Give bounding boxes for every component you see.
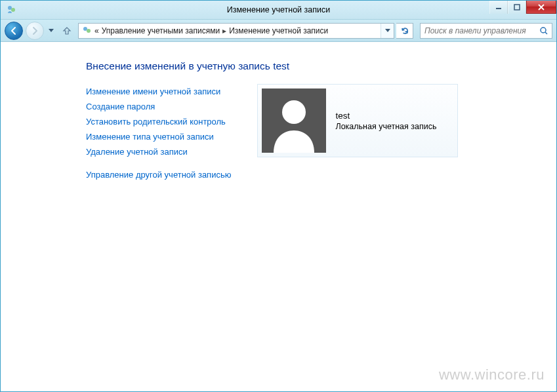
link-create-password[interactable]: Создание пароля <box>86 99 231 114</box>
svg-rect-3 <box>514 5 520 10</box>
link-parental-controls[interactable]: Установить родительский контроль <box>86 114 231 129</box>
user-accounts-icon <box>81 26 92 36</box>
breadcrumb-parent[interactable]: Управление учетными записями <box>102 26 220 35</box>
link-manage-other[interactable]: Управление другой учетной записью <box>86 167 231 182</box>
navigation-bar: « Управление учетными записями ▸ Изменен… <box>1 20 556 42</box>
close-button[interactable] <box>526 1 556 14</box>
recent-dropdown[interactable] <box>47 24 56 38</box>
window-title: Изменение учетной записи <box>1 5 556 14</box>
back-button[interactable] <box>5 22 23 40</box>
search-input[interactable] <box>421 26 536 35</box>
link-change-type[interactable]: Изменение типа учетной записи <box>86 129 231 144</box>
action-links: Изменение имени учетной записи Создание … <box>86 84 231 182</box>
window-buttons <box>489 1 556 14</box>
chevron-right-icon: ▸ <box>222 26 226 35</box>
search-box[interactable] <box>420 23 552 39</box>
minimize-button[interactable] <box>489 1 508 14</box>
svg-point-4 <box>83 27 87 31</box>
refresh-button[interactable] <box>396 23 413 39</box>
forward-button[interactable] <box>26 22 44 40</box>
user-name: test <box>335 111 436 121</box>
up-button[interactable] <box>60 24 74 38</box>
svg-rect-2 <box>496 8 501 9</box>
breadcrumb-overflow[interactable]: « <box>94 26 99 35</box>
page-heading: Внесение изменений в учетную запись test <box>86 60 556 72</box>
svg-point-0 <box>8 6 12 10</box>
user-type: Локальная учетная запись <box>335 122 436 131</box>
title-bar: Изменение учетной записи <box>1 1 556 20</box>
svg-point-8 <box>282 100 306 124</box>
avatar <box>262 88 326 153</box>
breadcrumb-current[interactable]: Изменение учетной записи <box>229 26 328 35</box>
svg-point-6 <box>541 28 546 33</box>
search-icon[interactable] <box>536 26 552 35</box>
app-icon <box>6 5 16 15</box>
content-area: Внесение изменений в учетную запись test… <box>1 42 556 391</box>
user-info: test Локальная учетная запись <box>335 111 436 131</box>
link-change-name[interactable]: Изменение имени учетной записи <box>86 84 231 99</box>
link-delete-account[interactable]: Удаление учетной записи <box>86 144 231 159</box>
svg-point-5 <box>87 29 91 33</box>
watermark: www.wincore.ru <box>439 366 545 383</box>
address-dropdown[interactable] <box>381 24 394 38</box>
address-bar[interactable]: « Управление учетными записями ▸ Изменен… <box>78 23 394 39</box>
maximize-button[interactable] <box>508 1 526 14</box>
svg-point-1 <box>11 8 15 12</box>
user-card: test Локальная учетная запись <box>257 84 458 157</box>
